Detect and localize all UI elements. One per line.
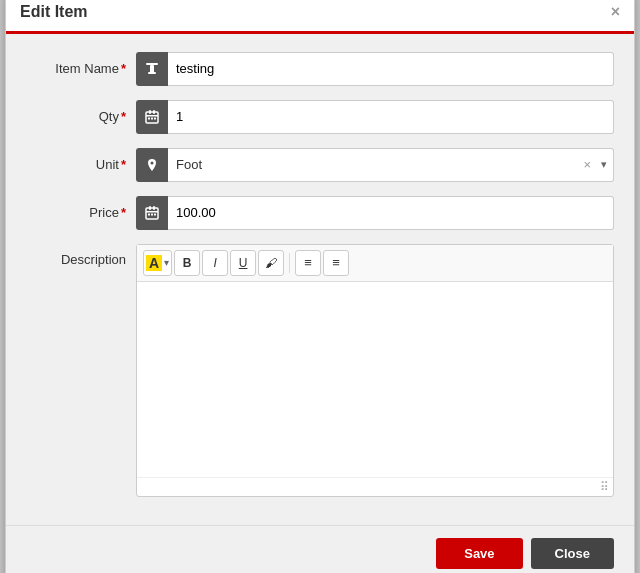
dropdown-arrow-icon: ▾ <box>164 257 169 268</box>
close-icon[interactable]: × <box>611 4 620 20</box>
item-name-row: Item Name* <box>26 52 614 86</box>
svg-rect-17 <box>154 213 156 215</box>
svg-rect-14 <box>146 211 158 213</box>
unit-input-wrapper: Foot × ▾ <box>136 148 614 182</box>
close-button[interactable]: Close <box>531 538 614 569</box>
ul-icon: ≡ <box>304 255 312 270</box>
svg-rect-7 <box>148 117 150 119</box>
price-input[interactable] <box>168 196 614 230</box>
svg-rect-5 <box>153 110 155 114</box>
svg-rect-2 <box>148 72 156 74</box>
unit-clear-icon[interactable]: × <box>579 157 595 172</box>
svg-rect-15 <box>148 213 150 215</box>
qty-label: Qty* <box>26 109 136 124</box>
item-name-input[interactable] <box>168 52 614 86</box>
svg-rect-16 <box>151 213 153 215</box>
unit-row: Unit* Foot × ▾ <box>26 148 614 182</box>
unordered-list-button[interactable]: ≡ <box>295 250 321 276</box>
price-row: Price* <box>26 196 614 230</box>
price-input-wrapper <box>136 196 614 230</box>
description-label: Description <box>26 244 136 267</box>
svg-rect-9 <box>154 117 156 119</box>
toolbar-divider <box>289 253 290 273</box>
unit-dropdown-icon[interactable]: ▾ <box>595 158 613 171</box>
required-star: * <box>121 109 126 124</box>
unit-select[interactable]: Foot × ▾ <box>168 148 614 182</box>
underline-button[interactable]: U <box>230 250 256 276</box>
price-label: Price* <box>26 205 136 220</box>
font-color-button[interactable]: A ▾ <box>143 250 172 276</box>
svg-rect-4 <box>149 110 151 114</box>
required-star: * <box>121 205 126 220</box>
svg-rect-13 <box>153 206 155 210</box>
item-name-label: Item Name* <box>26 61 136 76</box>
description-row: Description A ▾ B I U <box>26 244 614 497</box>
svg-rect-6 <box>146 115 158 117</box>
dialog-body: Item Name* Qty* <box>6 34 634 525</box>
italic-label: I <box>213 256 216 270</box>
qty-input[interactable] <box>168 100 614 134</box>
required-star: * <box>121 61 126 76</box>
a-label: A <box>146 255 162 271</box>
paint-button[interactable]: 🖌 <box>258 250 284 276</box>
editor-toolbar: A ▾ B I U 🖌 <box>137 245 613 282</box>
required-star: * <box>121 157 126 172</box>
description-textarea[interactable] <box>137 282 613 477</box>
svg-point-10 <box>151 161 154 164</box>
unit-value: Foot <box>168 157 579 172</box>
ordered-list-button[interactable]: ≡ <box>323 250 349 276</box>
item-name-input-wrapper <box>136 52 614 86</box>
calendar-icon <box>136 100 168 134</box>
bold-button[interactable]: B <box>174 250 200 276</box>
edit-item-dialog: Edit Item × Item Name* Q <box>5 0 635 573</box>
unit-label: Unit* <box>26 157 136 172</box>
svg-rect-0 <box>146 63 158 65</box>
text-icon <box>136 52 168 86</box>
qty-row: Qty* <box>26 100 614 134</box>
description-editor: A ▾ B I U 🖌 <box>136 244 614 497</box>
dialog-title: Edit Item <box>20 3 88 21</box>
italic-button[interactable]: I <box>202 250 228 276</box>
location-icon <box>136 148 168 182</box>
paint-icon: 🖌 <box>265 256 277 270</box>
svg-rect-8 <box>151 117 153 119</box>
dialog-header: Edit Item × <box>6 0 634 34</box>
editor-resize-handle[interactable]: ⠿ <box>137 477 613 496</box>
qty-input-wrapper <box>136 100 614 134</box>
underline-label: U <box>239 256 248 270</box>
svg-rect-12 <box>149 206 151 210</box>
save-button[interactable]: Save <box>436 538 522 569</box>
price-calendar-icon <box>136 196 168 230</box>
dialog-footer: Save Close <box>6 525 634 574</box>
bold-label: B <box>183 256 192 270</box>
ol-icon: ≡ <box>332 255 340 270</box>
resize-icon: ⠿ <box>600 480 609 494</box>
